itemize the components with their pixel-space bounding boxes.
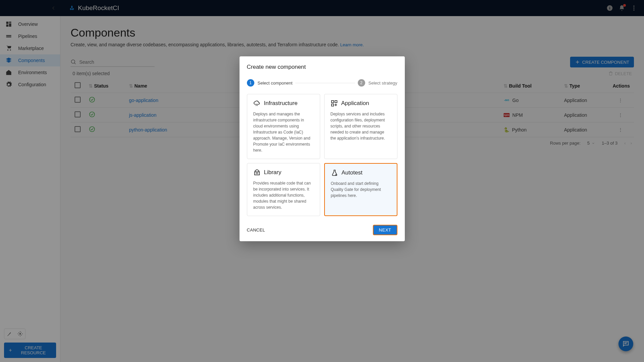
card-description: Onboard and start defining Quality Gate … (331, 180, 391, 199)
step-2: 2 Select strategy (358, 79, 397, 87)
card-description: Deploys and manages the infrastructure c… (253, 111, 314, 153)
step-connector (295, 83, 355, 83)
next-button[interactable]: NEXT (373, 225, 397, 235)
apps-icon (331, 100, 338, 107)
card-title: Library (264, 169, 282, 176)
card-application[interactable]: Application Deploys services and include… (324, 94, 397, 159)
step-label: Select component (258, 81, 293, 86)
component-cards: Infrastructure Deploys and manages the i… (247, 94, 397, 216)
card-description: Provides reusable code that can be incor… (253, 180, 314, 210)
step-label: Select strategy (369, 81, 397, 86)
svg-rect-16 (331, 101, 333, 103)
card-library[interactable]: Library Provides reusable code that can … (247, 163, 320, 216)
card-infrastructure[interactable]: Infrastructure Deploys and manages the i… (247, 94, 320, 159)
card-title: Application (341, 100, 369, 107)
svg-rect-17 (335, 101, 337, 103)
cloud-icon (253, 100, 261, 107)
create-component-dialog: Create new component 1 Select component … (240, 56, 405, 241)
card-title: Autotest (342, 169, 362, 176)
card-autotest[interactable]: Autotest Onboard and start defining Qual… (324, 163, 397, 216)
svg-point-19 (335, 174, 337, 176)
library-icon (253, 169, 261, 176)
dialog-actions: CANCEL NEXT (247, 225, 397, 235)
stepper: 1 Select component 2 Select strategy (247, 79, 397, 87)
step-1: 1 Select component (247, 79, 293, 87)
svg-rect-18 (331, 104, 333, 106)
card-title: Infrastructure (264, 100, 298, 107)
step-number: 1 (247, 79, 254, 87)
step-number: 2 (358, 79, 365, 87)
card-description: Deploys services and includes configurat… (331, 111, 391, 141)
cancel-button[interactable]: CANCEL (247, 227, 265, 232)
modal-overlay[interactable]: Create new component 1 Select component … (0, 0, 644, 362)
dialog-title: Create new component (247, 64, 397, 70)
flask-icon (331, 169, 338, 176)
